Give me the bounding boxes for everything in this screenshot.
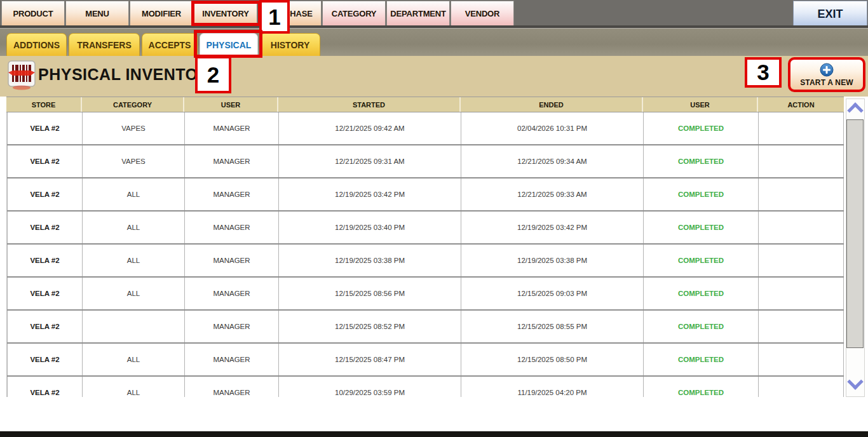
col-ended: ENDED xyxy=(461,97,643,112)
table-row: VELA #2 MANAGER 12/15/2025 08:52 PM 12/1… xyxy=(7,311,844,344)
table-row: VELA #2 VAPES MANAGER 12/21/2025 09:31 A… xyxy=(7,145,844,178)
callout-1-number: 1 xyxy=(268,4,280,30)
start-a-new-button[interactable]: START A NEW xyxy=(788,57,865,92)
cell-category: VAPES xyxy=(83,112,185,144)
exit-button-label: EXIT xyxy=(817,8,843,21)
subtab-physical-label: PHYSICAL xyxy=(207,40,252,50)
cell-ended: 02/04/2026 10:31 PM xyxy=(461,112,644,144)
table-row: VELA #2 ALL MANAGER 12/19/2025 03:42 PM … xyxy=(7,178,844,212)
cell-user: MANAGER xyxy=(185,245,279,276)
cell-store: VELA #2 xyxy=(7,278,83,309)
subtab-transfers-label: TRANSFERS xyxy=(77,40,132,50)
cell-ended: 12/15/2025 08:55 PM xyxy=(461,311,644,342)
subtab-transfers[interactable]: TRANSFERS xyxy=(69,33,140,57)
cell-category: ALL xyxy=(83,212,185,243)
top-nav-bar: PRODUCT MENU MODIFIER INVENTORY PURCHASE… xyxy=(0,0,868,29)
cell-user: MANAGER xyxy=(185,278,279,309)
subtab-addtions[interactable]: ADDTIONS xyxy=(6,33,67,57)
cell-action xyxy=(759,245,844,276)
tab-department[interactable]: DEPARTMENT xyxy=(386,1,450,26)
chevron-down-icon[interactable] xyxy=(850,376,861,390)
cell-category: ALL xyxy=(83,245,185,276)
cell-user: MANAGER xyxy=(185,145,279,177)
col-store: STORE xyxy=(6,97,82,112)
subtab-physical[interactable]: PHYSICAL xyxy=(200,33,258,57)
cell-store: VELA #2 xyxy=(7,344,83,375)
tab-inventory-label: INVENTORY xyxy=(202,9,248,18)
cell-store: VELA #2 xyxy=(7,212,83,243)
subtab-history[interactable]: HISTORY xyxy=(260,33,320,57)
col-user-status: USER xyxy=(643,97,758,112)
table-body: VELA #2 VAPES MANAGER 12/21/2025 09:42 A… xyxy=(6,112,844,410)
cell-store: VELA #2 xyxy=(7,112,83,144)
exit-button[interactable]: EXIT xyxy=(793,1,867,27)
cell-store: VELA #2 xyxy=(7,178,83,210)
cell-user: MANAGER xyxy=(185,311,279,342)
cell-ended: 12/15/2025 08:50 PM xyxy=(461,344,644,375)
cell-action xyxy=(759,278,844,309)
cell-started: 12/15/2025 08:52 PM xyxy=(279,311,461,342)
subtab-history-label: HISTORY xyxy=(271,40,309,50)
callout-2-number: 2 xyxy=(207,62,219,88)
cell-store: VELA #2 xyxy=(7,145,83,177)
cell-status: COMPLETED xyxy=(644,212,759,243)
col-category: CATEGORY xyxy=(82,97,184,112)
tab-menu[interactable]: MENU xyxy=(65,1,129,26)
col-action: ACTION xyxy=(758,97,844,112)
cell-store: VELA #2 xyxy=(7,245,83,276)
cell-started: 12/15/2025 08:56 PM xyxy=(279,278,461,309)
table-row: VELA #2 ALL MANAGER 12/15/2025 08:56 PM … xyxy=(7,278,844,311)
plus-icon xyxy=(820,63,834,77)
tab-vendor[interactable]: VENDOR xyxy=(451,1,514,26)
cell-started: 12/15/2025 08:47 PM xyxy=(279,344,461,375)
subtab-addtions-label: ADDTIONS xyxy=(13,40,60,50)
cell-action xyxy=(759,178,844,210)
barcode-icon xyxy=(8,60,36,90)
cell-category: ALL xyxy=(83,344,185,375)
cell-user: MANAGER xyxy=(185,344,279,375)
tab-department-label: DEPARTMENT xyxy=(390,9,445,18)
scrollbar-thumb[interactable] xyxy=(846,119,864,348)
table-row: VELA #2 VAPES MANAGER 12/21/2025 09:42 A… xyxy=(7,112,844,145)
cell-status: COMPLETED xyxy=(644,245,759,276)
cell-status: COMPLETED xyxy=(644,112,759,144)
page-title: PHYSICAL INVENTORY xyxy=(38,65,220,84)
cell-ended: 12/19/2025 03:42 PM xyxy=(461,212,644,243)
callout-3: 3 xyxy=(745,57,782,88)
callout-2: 2 xyxy=(195,56,231,93)
table-row: VELA #2 ALL MANAGER 12/19/2025 03:38 PM … xyxy=(7,245,844,278)
cell-ended: 12/15/2025 09:03 PM xyxy=(461,278,644,309)
cell-category xyxy=(83,311,185,342)
cell-status: COMPLETED xyxy=(644,178,759,210)
tab-category[interactable]: CATEGORY xyxy=(322,1,386,26)
tab-product[interactable]: PRODUCT xyxy=(1,1,65,26)
pagination-bar: 1 xyxy=(0,397,868,431)
cell-ended: 12/21/2025 09:34 AM xyxy=(461,145,644,177)
tab-vendor-label: VENDOR xyxy=(465,9,499,18)
col-started: STARTED xyxy=(278,97,461,112)
cell-started: 12/19/2025 03:40 PM xyxy=(279,212,461,243)
cell-action xyxy=(759,311,844,342)
tab-modifier[interactable]: MODIFIER xyxy=(130,1,193,26)
start-a-new-label: START A NEW xyxy=(800,78,853,87)
cell-status: COMPLETED xyxy=(644,145,759,177)
cell-ended: 12/21/2025 09:33 AM xyxy=(461,178,644,210)
cell-store: VELA #2 xyxy=(7,311,83,342)
tab-modifier-label: MODIFIER xyxy=(142,9,181,18)
table-row: VELA #2 ALL MANAGER 12/15/2025 08:47 PM … xyxy=(7,344,844,377)
tab-menu-label: MENU xyxy=(85,9,109,18)
bottom-bar xyxy=(0,431,868,437)
table-row: VELA #2 ALL MANAGER 12/19/2025 03:40 PM … xyxy=(7,212,844,245)
cell-status: COMPLETED xyxy=(644,311,759,342)
table-header-row: STORE CATEGORY USER STARTED ENDED USER A… xyxy=(6,97,844,112)
subtab-accepts[interactable]: ACCEPTS xyxy=(142,33,198,57)
cell-user: MANAGER xyxy=(185,212,279,243)
tab-inventory[interactable]: INVENTORY xyxy=(194,1,257,26)
cell-started: 12/21/2025 09:31 AM xyxy=(279,145,461,177)
cell-ended: 12/19/2025 03:38 PM xyxy=(461,245,644,276)
chevron-up-icon[interactable] xyxy=(850,105,861,119)
cell-started: 12/21/2025 09:42 AM xyxy=(279,112,461,144)
cell-user: MANAGER xyxy=(185,178,279,210)
cell-category: ALL xyxy=(83,178,185,210)
col-user: USER xyxy=(184,97,278,112)
